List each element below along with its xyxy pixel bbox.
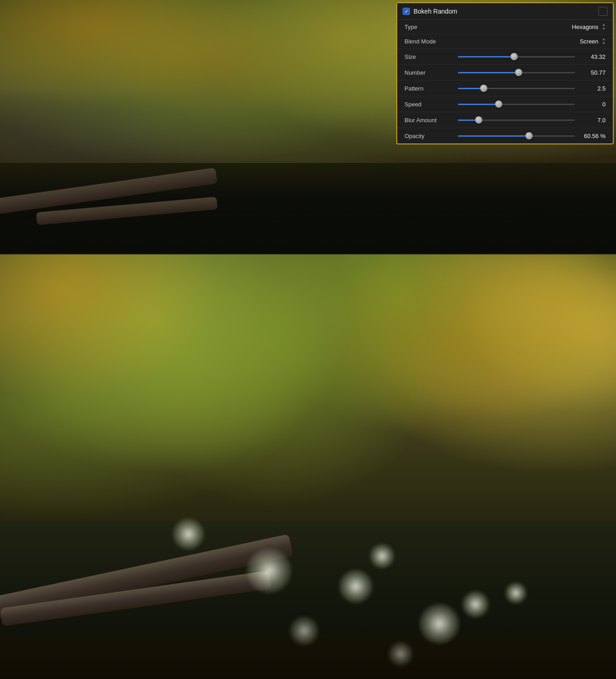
blur-amount-slider-thumb[interactable] xyxy=(475,116,482,124)
opacity-slider[interactable] xyxy=(458,131,575,140)
blend-mode-dropdown[interactable]: Screen ▲ ▼ xyxy=(580,38,606,45)
number-label: Number xyxy=(404,69,454,76)
opacity-row: Opacity 60.56 % xyxy=(397,128,613,143)
number-value: 50.77 xyxy=(578,69,606,76)
blend-arrow-up-icon: ▲ xyxy=(602,38,606,41)
blend-mode-label: Blend Mode xyxy=(404,38,454,45)
bokeh-circle-2 xyxy=(246,548,292,593)
bokeh-circle-5 xyxy=(419,603,460,644)
size-slider-thumb[interactable] xyxy=(510,53,518,60)
size-slider[interactable] xyxy=(458,52,575,61)
opacity-slider-fill xyxy=(458,135,529,137)
opacity-slider-track xyxy=(458,135,575,137)
speed-slider-thumb[interactable] xyxy=(495,100,502,108)
blur-amount-slider-track xyxy=(458,120,575,121)
blend-mode-value: Screen xyxy=(580,38,598,45)
panel-title: Bokeh Random xyxy=(414,8,457,15)
arrow-down-icon: ▼ xyxy=(602,27,606,31)
bokeh-circle-8 xyxy=(289,616,319,646)
pattern-label: Pattern xyxy=(404,85,454,92)
pattern-value: 2.5 xyxy=(578,85,606,92)
pattern-row: Pattern 2.5 xyxy=(397,81,613,96)
number-row: Number 50.77 xyxy=(397,65,613,81)
opacity-label: Opacity xyxy=(404,133,454,139)
size-value: 43.32 xyxy=(578,53,606,60)
bokeh-control-panel: ✓ Bokeh Random Type Hexagons ▲ ▼ Blend M… xyxy=(396,2,614,144)
size-row: Size 43.32 xyxy=(397,49,613,65)
speed-slider-fill xyxy=(458,104,499,105)
bottom-image-panel xyxy=(0,254,616,679)
pattern-slider-thumb[interactable] xyxy=(480,85,487,92)
size-slider-track xyxy=(458,56,575,57)
blur-amount-value: 7.0 xyxy=(578,117,606,124)
type-row: Type Hexagons ▲ ▼ xyxy=(397,20,613,34)
panel-header-left: ✓ Bokeh Random xyxy=(403,8,457,15)
speed-slider[interactable] xyxy=(458,100,575,109)
opacity-slider-thumb[interactable] xyxy=(525,132,533,139)
enable-checkbox[interactable]: ✓ xyxy=(403,8,410,15)
speed-row: Speed 0 xyxy=(397,96,613,112)
speed-value: 0 xyxy=(578,101,606,108)
panel-square-button[interactable] xyxy=(598,7,607,16)
bokeh-circle-1 xyxy=(173,518,204,550)
type-dropdown-arrows: ▲ ▼ xyxy=(602,23,606,31)
type-value: Hexagons xyxy=(572,24,599,30)
number-slider-fill xyxy=(458,72,519,73)
size-slider-fill xyxy=(458,56,514,57)
bokeh-circle-6 xyxy=(462,591,489,618)
speed-label: Speed xyxy=(404,101,454,108)
bokeh-circle-7 xyxy=(505,582,527,604)
number-slider[interactable] xyxy=(458,68,575,77)
pattern-slider[interactable] xyxy=(458,84,575,93)
number-slider-track xyxy=(458,72,575,73)
blend-arrow-down-icon: ▼ xyxy=(602,42,606,45)
type-label: Type xyxy=(404,24,454,30)
bokeh-circle-9 xyxy=(388,641,413,666)
speed-slider-track xyxy=(458,104,575,105)
blend-mode-dropdown-arrows: ▲ ▼ xyxy=(602,38,606,45)
checkbox-checkmark: ✓ xyxy=(404,9,409,14)
pattern-slider-track xyxy=(458,88,575,89)
blend-mode-row: Blend Mode Screen ▲ ▼ xyxy=(397,34,613,49)
blur-amount-slider[interactable] xyxy=(458,115,575,124)
blur-amount-label: Blur Amount xyxy=(404,117,454,124)
bokeh-circle-4 xyxy=(370,544,395,569)
opacity-value: 60.56 % xyxy=(578,133,606,139)
blur-amount-row: Blur Amount 7.0 xyxy=(397,112,613,128)
number-slider-thumb[interactable] xyxy=(515,69,522,76)
type-dropdown[interactable]: Hexagons ▲ ▼ xyxy=(572,23,606,31)
bokeh-circle-3 xyxy=(339,569,373,603)
arrow-up-icon: ▲ xyxy=(602,23,606,27)
panel-header: ✓ Bokeh Random xyxy=(397,3,613,20)
size-label: Size xyxy=(404,53,454,60)
top-image-panel: ✓ Bokeh Random Type Hexagons ▲ ▼ Blend M… xyxy=(0,0,616,253)
